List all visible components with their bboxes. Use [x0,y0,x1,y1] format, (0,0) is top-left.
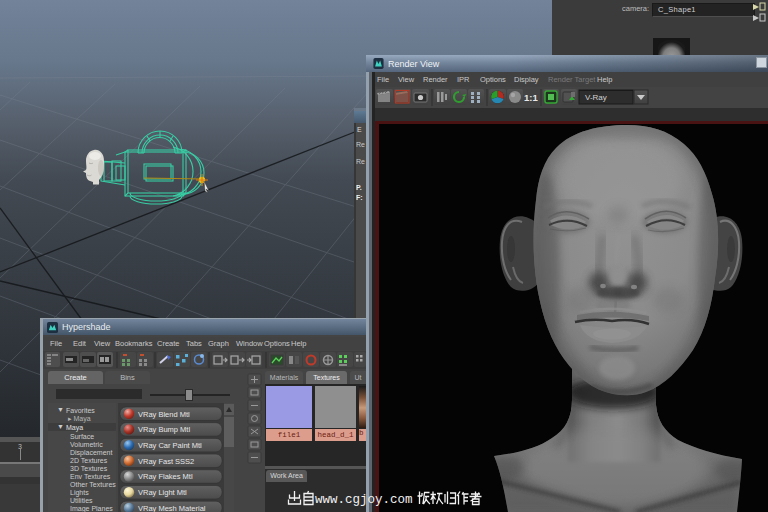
svg-text:VRay Mesh Material: VRay Mesh Material [138,504,206,512]
svg-text:V-Ray: V-Ray [585,93,607,102]
svg-text:VRay Bump Mtl: VRay Bump Mtl [138,425,190,434]
svg-text:VRay Light Mtl: VRay Light Mtl [138,488,187,497]
svg-text:1:1: 1:1 [524,92,538,103]
svg-text:www.cgjoy.com: www.cgjoy.com [315,493,413,507]
svg-text:VRay Fast SSS2: VRay Fast SSS2 [138,457,194,466]
svg-text:VRay Blend Mtl: VRay Blend Mtl [138,410,190,419]
svg-text:VRay Car Paint Mtl: VRay Car Paint Mtl [138,441,202,450]
svg-text:VRay Flakes Mtl: VRay Flakes Mtl [138,472,193,481]
